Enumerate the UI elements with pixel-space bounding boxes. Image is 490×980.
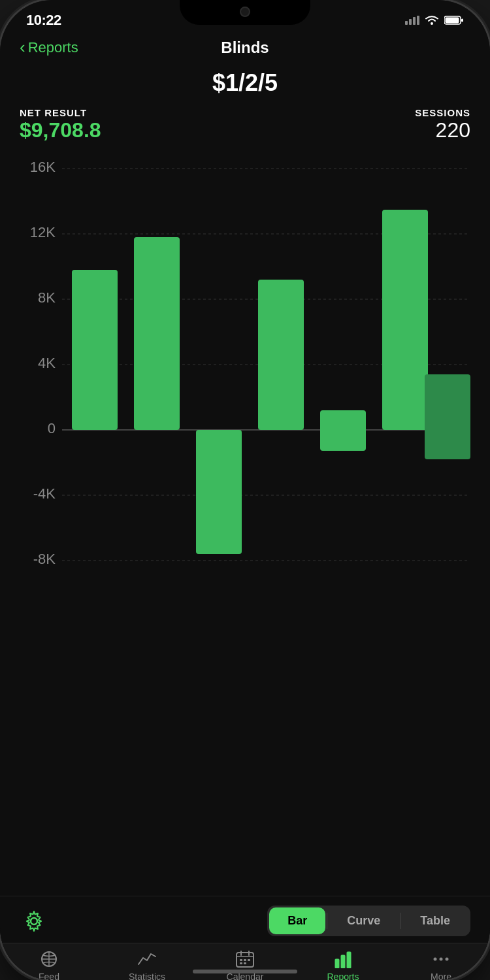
gear-icon xyxy=(23,910,45,932)
bar-2 xyxy=(134,237,180,430)
reports-label: Reports xyxy=(327,972,359,980)
sessions-stat: SESSIONS 220 xyxy=(415,107,470,142)
bar-toggle-button[interactable]: Bar xyxy=(269,907,325,934)
svg-rect-36 xyxy=(341,955,345,968)
wifi-icon xyxy=(425,15,439,25)
back-chevron-icon: ‹ xyxy=(20,39,25,56)
svg-rect-34 xyxy=(244,962,246,964)
statistics-label: Statistics xyxy=(129,972,165,980)
toggle-divider-2 xyxy=(400,913,400,929)
svg-rect-2 xyxy=(413,17,416,25)
statistics-icon xyxy=(137,950,157,968)
more-label: More xyxy=(431,972,451,980)
bar-4 xyxy=(258,280,304,430)
signal-icon xyxy=(405,16,419,25)
sessions-value: 220 xyxy=(415,118,470,142)
svg-text:8K: 8K xyxy=(38,289,56,306)
svg-rect-6 xyxy=(446,18,459,24)
reports-icon xyxy=(333,950,353,968)
net-result-value: $9,708.8 xyxy=(20,118,101,142)
tab-calendar[interactable]: Calendar xyxy=(219,950,271,980)
camera xyxy=(240,7,250,17)
svg-rect-32 xyxy=(248,959,250,961)
chart-type-toggle: Bar Curve Table xyxy=(267,906,470,936)
tab-statistics[interactable]: Statistics xyxy=(121,950,173,980)
tab-more[interactable]: More xyxy=(415,950,467,980)
svg-text:4K: 4K xyxy=(38,355,56,371)
more-icon xyxy=(431,950,451,968)
curve-toggle-button[interactable]: Curve xyxy=(329,907,399,934)
toggle-divider-1 xyxy=(327,913,327,929)
notch xyxy=(180,0,310,25)
chart-controls: Bar Curve Table xyxy=(0,896,490,943)
svg-rect-30 xyxy=(240,959,242,961)
svg-rect-31 xyxy=(244,959,246,961)
svg-point-40 xyxy=(446,958,449,961)
svg-rect-37 xyxy=(347,952,351,968)
status-time: 10:22 xyxy=(26,12,61,29)
svg-text:16K: 16K xyxy=(30,159,56,175)
svg-rect-35 xyxy=(335,959,339,968)
bar-5 xyxy=(320,410,366,451)
calendar-icon xyxy=(235,950,255,968)
bar-7 xyxy=(425,374,470,459)
table-toggle-button[interactable]: Table xyxy=(402,907,468,934)
bar-1 xyxy=(72,270,118,430)
tab-reports[interactable]: Reports xyxy=(317,950,369,980)
blinds-amount: $1/2/5 xyxy=(0,64,490,107)
nav-bar: ‹ Reports Blinds xyxy=(0,34,490,64)
phone-frame: 10:22 xyxy=(0,0,490,980)
svg-text:12K: 12K xyxy=(30,224,56,240)
nav-title: Blinds xyxy=(221,39,269,57)
svg-text:-8K: -8K xyxy=(33,551,56,567)
bar-3 xyxy=(196,430,242,554)
net-result-stat: NET RESULT $9,708.8 xyxy=(20,107,101,142)
feed-icon xyxy=(39,950,59,968)
svg-point-39 xyxy=(440,958,443,961)
back-button[interactable]: ‹ Reports xyxy=(20,39,78,56)
svg-point-22 xyxy=(31,918,37,924)
svg-rect-3 xyxy=(417,16,419,25)
sessions-label: SESSIONS xyxy=(415,107,470,118)
svg-rect-0 xyxy=(405,21,408,25)
svg-text:0: 0 xyxy=(48,420,56,436)
battery-icon xyxy=(444,15,464,25)
svg-rect-33 xyxy=(240,962,242,964)
net-result-label: NET RESULT xyxy=(20,107,101,118)
tab-bar: Feed Statistics xyxy=(0,943,490,980)
chart-svg-wrapper: 16K 12K 8K 4K 0 xyxy=(20,155,470,665)
svg-text:-4K: -4K xyxy=(33,485,56,502)
home-indicator xyxy=(193,970,297,973)
settings-button[interactable] xyxy=(20,907,48,936)
back-label: Reports xyxy=(28,39,78,56)
stats-row: NET RESULT $9,708.8 SESSIONS 220 xyxy=(0,107,490,155)
chart-container: 16K 12K 8K 4K 0 xyxy=(0,155,490,665)
tab-feed[interactable]: Feed xyxy=(23,950,75,980)
svg-rect-1 xyxy=(409,19,412,25)
bar-chart: 16K 12K 8K 4K 0 xyxy=(20,155,470,665)
svg-rect-7 xyxy=(461,19,463,22)
svg-point-38 xyxy=(434,958,437,961)
status-icons xyxy=(405,15,464,25)
main-content: $1/2/5 NET RESULT $9,708.8 SESSIONS 220 xyxy=(0,64,490,980)
feed-label: Feed xyxy=(39,972,59,980)
phone-screen: 10:22 xyxy=(0,0,490,980)
svg-point-4 xyxy=(431,22,433,25)
bar-6 xyxy=(382,210,428,430)
